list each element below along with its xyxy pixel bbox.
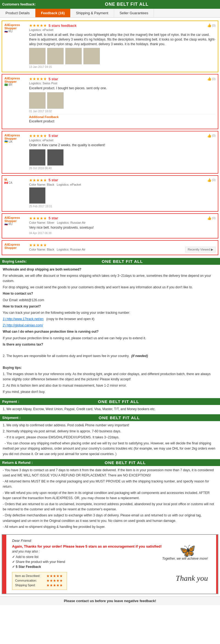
payment-label: Payment :: [2, 399, 19, 404]
like-button[interactable]: 👍 (0): [207, 134, 216, 138]
shipment-text: 1. We only ship to confirmed order addre…: [3, 423, 217, 428]
like-button[interactable]: 👍 (0): [207, 23, 216, 27]
star-row-label: Shipping Sped:: [15, 583, 45, 587]
review-date: 25 Feb 2017 19:31: [29, 205, 216, 208]
review-card: AliExpressShopper 🇺🇦 UA ★★★★★ 5 star Log…: [2, 131, 218, 174]
return-text: - We will refund you only upon receipt o…: [3, 490, 217, 501]
thumb-up-icon: 👍: [207, 134, 211, 138]
buying-leads-text: 2. The buyers are responsible for all cu…: [3, 353, 217, 359]
like-count: (0): [212, 77, 216, 81]
recently-viewed-label: Recently Viewed: [188, 248, 210, 251]
checklist-item-2: Share the product with your friend: [12, 560, 208, 564]
tab-nav: Product Details Feedback (16) Shipping &…: [0, 9, 220, 18]
review-image: [29, 48, 46, 64]
buying-leads-text: How to track my parcel?: [3, 304, 217, 309]
recently-viewed-badge[interactable]: Recently Viewed ▶: [185, 247, 216, 252]
payment-header: Payment : ONE BELT FIT ALL: [0, 398, 220, 405]
review-date: 04 Apr 2017 06:38: [29, 232, 216, 235]
tab-shipping[interactable]: Shipping & Payment: [70, 9, 114, 17]
contact-bar-text: Please contact us before you leave negat…: [64, 599, 156, 603]
review-image: [47, 149, 64, 166]
review-image: [65, 48, 82, 64]
buying-leads-text: For wholesale, we will offer discount or…: [3, 273, 217, 284]
reviewer-name: AliExpressShopper: [4, 134, 29, 140]
buying-leads-title: ONE BELT FIT ALL: [27, 259, 218, 264]
stars-row: ★★★★★ 5 star: [29, 178, 216, 182]
track-link-2[interactable]: 2) http://global.cainiao.com/: [3, 323, 43, 327]
reviewer-info: AliExpressShopper 🇺🇦 UA: [4, 134, 29, 143]
buying-leads-content: Wholesale and drop shipping are both wel…: [0, 265, 220, 398]
buying-leads-text: For drop shipping, we could send the goo…: [3, 285, 217, 290]
star-row-stars: ★★★★★: [46, 579, 63, 583]
stars-row: ★★★★★ 5 star: [29, 216, 216, 220]
return-label: Return & Refund :: [2, 461, 33, 465]
reviewer-name: M.: [4, 178, 29, 181]
country-code: CA: [9, 181, 12, 184]
track-link-1[interactable]: 1) http://www.17track.net/en: [3, 317, 44, 321]
thumb-up-icon: 👍: [207, 77, 211, 81]
like-button[interactable]: 👍 (0): [207, 77, 216, 81]
review-text: Cool belt. to look at all well. the clas…: [29, 33, 216, 46]
tab-product-details[interactable]: Product Details: [0, 9, 35, 17]
review-body: ★★★★★ 5 stars feedback Logistics: ePacke…: [29, 23, 216, 68]
shipment-text: - If it is urgent, please choose EMS/DHL…: [3, 435, 217, 440]
review-header: AliExpressShopper 🇺🇦 UA ★★★★★ 5 star Log…: [4, 134, 216, 170]
buying-leads-text: What can I do when purchase protection t…: [3, 329, 217, 334]
stars: ★★★★★: [29, 77, 47, 81]
review-body: ★★★★★ 5 star Logistics: ePacket Order in…: [29, 134, 216, 170]
reviewer-info: AliExpressShopper 🇷🇺 RU: [4, 216, 29, 226]
star-label: 5 star: [49, 216, 58, 220]
thank-you-inner: Dear Friend: Again, Thanks for your orde…: [8, 535, 212, 594]
review-body: ★★★★★ 5 star Logistics: Swiss Post Excel…: [29, 77, 216, 125]
thumb-up-icon: 👍: [207, 23, 211, 27]
stars: ★★★★★: [29, 243, 47, 247]
country-code: RU: [9, 30, 12, 33]
country-code: UA: [9, 140, 12, 143]
review-body: ★★★★★ 5 star Color Name: Silver Logistic…: [29, 216, 216, 235]
reviewer-country: 🇺🇦 UA: [4, 140, 29, 143]
buying-leads-text: Our Email: edbltd@126.com: [3, 298, 217, 303]
additional-feedback-label: Additional Feedback: [29, 115, 216, 119]
review-text: Excellent product. I bought two pieces. …: [29, 86, 216, 91]
return-text: - Orders that are returned to us due to …: [3, 502, 217, 512]
logistics-info: Color Name: Black Logistics: ePacket: [29, 183, 216, 186]
review-image: [29, 149, 46, 166]
country-code: RU: [9, 223, 12, 226]
checklist-item-3: 5 Star Feedback: [12, 565, 208, 569]
flag-icon: 🇧🇷: [4, 83, 8, 86]
like-button[interactable]: 👍 (0): [207, 178, 216, 182]
star-row-label: Communication:: [15, 579, 45, 582]
customers-feedback-label: Customers feedback:: [2, 2, 36, 6]
star-label: 5 star: [49, 77, 58, 81]
review-image: [47, 48, 64, 64]
buying-leads-text: Wholesale and drop shipping are both wel…: [3, 267, 217, 272]
tab-feedback[interactable]: Feedback (16): [35, 9, 70, 17]
flag-icon: 🇷🇺: [4, 30, 8, 33]
review-body: ★★★★★ 5 star Color Name: Black Logistics…: [29, 178, 216, 208]
star-row-3: Shipping Sped: ★★★★★: [15, 583, 64, 587]
tab-seller[interactable]: Seller Guarantees: [114, 9, 154, 17]
review-date: 26 Oct 2016 06:40: [29, 167, 216, 170]
review-text: Order in Kiev came 2 weeks. the quality …: [29, 143, 216, 148]
thank-you-card: Dear Friend: Again, Thanks for your orde…: [2, 534, 218, 594]
thumb-up-icon: 👍: [207, 178, 211, 182]
buying-leads-text: If you mind, please don't buy.: [3, 389, 217, 395]
review-image: [29, 187, 46, 204]
shipment-label: Shipment :: [2, 416, 21, 420]
buying-leads-text: You can track your parcel on the followi…: [3, 310, 217, 315]
return-title: ONE BELT FIT ALL: [33, 460, 218, 465]
reviewer-info: M. 🇨🇦 CA: [4, 178, 29, 184]
like-button[interactable]: 👍 (0): [207, 216, 216, 220]
thank-you-sign: Thank you: [176, 574, 208, 583]
star-row-stars: ★★★★★: [46, 583, 63, 587]
reviewer-name: AliExpressShopper: [4, 243, 29, 249]
buying-leads-text: If your purchase protection time is runn…: [3, 336, 217, 341]
buying-leads-header: Buying Leads: ONE BELT FIT ALL: [0, 258, 220, 265]
additional-feedback-text: Excellent product: [29, 119, 216, 124]
reviewer-info: AliExpressShopper 🇧🇷 BR: [4, 77, 29, 86]
reviewer-country: 🇨🇦 CA: [4, 181, 29, 184]
shipment-header: Shipment : ONE BELT FIT ALL: [0, 414, 220, 421]
thank-you-main: Again, Thanks for your order! Please lea…: [12, 544, 208, 548]
payment-content: 1. We accept Alipay, Escrow, West Union,…: [0, 405, 220, 414]
review-header: M. 🇨🇦 CA ★★★★★ 5 star Color Name: Black …: [4, 178, 216, 208]
